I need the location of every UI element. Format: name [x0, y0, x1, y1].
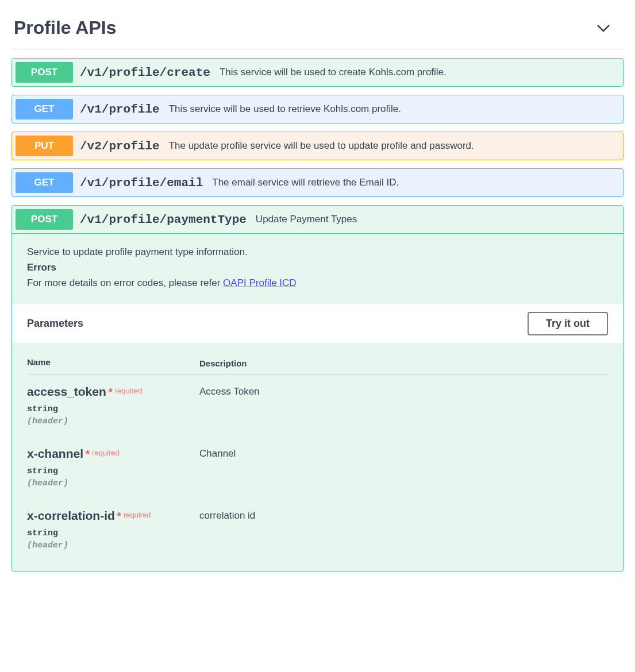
endpoint-path: /v1/profile/create — [80, 66, 210, 79]
param-in: (header) — [27, 416, 199, 426]
endpoint-path: /v1/profile/email — [80, 176, 203, 190]
try-it-out-button[interactable]: Try it out — [528, 312, 608, 335]
param-description: Access Token — [199, 385, 608, 426]
endpoint-path: /v1/profile — [80, 103, 160, 116]
operation-summary[interactable]: PUT/v2/profileThe update profile service… — [12, 132, 623, 160]
desc-prefix: For more details on error codes, please … — [27, 277, 223, 288]
table-row: access_token*requiredstring(header)Acces… — [27, 385, 608, 426]
param-name-cell: access_token*requiredstring(header) — [27, 385, 199, 426]
param-description: Channel — [199, 447, 608, 488]
endpoint-summary: This service will be used to create Kohl… — [220, 67, 447, 78]
operation-block: POST/v1/profile/createThis service will … — [11, 58, 624, 87]
endpoint-summary: Update Payment Types — [256, 214, 357, 225]
section-title: Profile APIs — [14, 17, 116, 38]
operation-block: PUT/v2/profileThe update profile service… — [11, 132, 624, 160]
operation-body: Service to update profile payment type i… — [12, 233, 623, 550]
th-name: Name — [27, 357, 199, 368]
param-type: string — [27, 528, 199, 538]
required-star: * — [86, 449, 90, 460]
section-header[interactable]: Profile APIs — [11, 11, 624, 49]
operation-block-expanded: POST /v1/profile/paymentType Update Paym… — [11, 205, 624, 571]
param-type: string — [27, 404, 199, 414]
parameters-header: Parameters Try it out — [12, 304, 623, 343]
endpoint-summary: The update profile service will be used … — [169, 140, 474, 152]
required-label: required — [115, 387, 143, 395]
operation-block: GET/v1/profileThis service will be used … — [11, 95, 624, 123]
param-description: correlation id — [199, 509, 608, 550]
th-description: Description — [199, 357, 608, 368]
required-label: required — [124, 511, 151, 519]
param-type: string — [27, 466, 199, 476]
desc-line: Service to update profile payment type i… — [27, 244, 608, 260]
table-row: x-channel*requiredstring(header)Channel — [27, 447, 608, 488]
operation-summary[interactable]: POST/v1/profile/createThis service will … — [12, 59, 623, 86]
required-label: required — [92, 449, 120, 457]
icd-link[interactable]: OAPI Profile ICD — [223, 277, 297, 288]
method-badge: POST — [16, 62, 73, 83]
errors-heading: Errors — [27, 262, 56, 273]
operation-block: GET/v1/profile/emailThe email service wi… — [11, 168, 624, 197]
param-name-cell: x-correlation-id*requiredstring(header) — [27, 509, 199, 550]
param-name: x-correlation-id — [27, 509, 115, 522]
table-row: x-correlation-id*requiredstring(header)c… — [27, 509, 608, 550]
required-star: * — [109, 387, 113, 398]
endpoint-path: /v2/profile — [80, 140, 160, 153]
endpoint-summary: The email service will retrieve the Emai… — [212, 177, 399, 188]
param-name: access_token — [27, 385, 106, 398]
operation-summary[interactable]: GET/v1/profile/emailThe email service wi… — [12, 169, 623, 196]
method-badge: GET — [16, 99, 73, 119]
param-in: (header) — [27, 478, 199, 488]
chevron-down-icon — [595, 22, 612, 34]
parameters-label: Parameters — [27, 318, 83, 330]
required-star: * — [117, 511, 121, 522]
param-name: x-channel — [27, 447, 83, 460]
operation-summary[interactable]: GET/v1/profileThis service will be used … — [12, 95, 623, 123]
endpoint-path: /v1/profile/paymentType — [80, 213, 247, 226]
parameters-table: Name Description access_token*requiredst… — [12, 343, 623, 550]
table-head: Name Description — [27, 357, 608, 374]
endpoint-summary: This service will be used to retrieve Ko… — [169, 103, 401, 115]
method-badge: PUT — [16, 136, 73, 156]
param-in: (header) — [27, 540, 199, 550]
operation-description: Service to update profile payment type i… — [12, 234, 623, 304]
method-badge: GET — [16, 172, 73, 193]
method-badge: POST — [16, 209, 73, 230]
param-name-cell: x-channel*requiredstring(header) — [27, 447, 199, 488]
operations-list: POST/v1/profile/createThis service will … — [11, 58, 624, 197]
operation-summary[interactable]: POST /v1/profile/paymentType Update Paym… — [12, 206, 623, 233]
